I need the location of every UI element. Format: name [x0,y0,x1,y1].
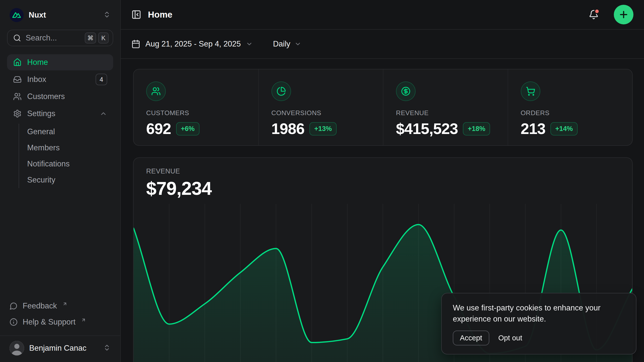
nuxt-logo-icon [10,8,24,22]
stat-label: CONVERSIONS [271,109,378,117]
chart-title: REVENUE [146,167,632,175]
notifications-bell-button[interactable] [589,10,599,20]
add-button[interactable] [614,5,633,24]
sidebar-nav: Home Inbox 4 Customers Setting [7,54,113,188]
feedback-link[interactable]: Feedback [7,299,113,313]
stat-label: ORDERS [521,109,627,117]
search-placeholder: Search... [26,33,80,42]
search-input[interactable]: Search... ⌘ K [7,30,113,46]
granularity-select[interactable]: Daily [273,39,301,49]
page-title: Home [148,10,582,20]
sidebar-item-settings[interactable]: Settings [7,106,113,122]
filter-bar: Aug 21, 2025 - Sep 4, 2025 Daily [121,30,644,59]
sidebar-item-inbox[interactable]: Inbox 4 [7,71,113,87]
optout-cookies-button[interactable]: Opt out [497,331,524,345]
sidebar-item-general[interactable]: General [19,124,113,140]
chevron-up-icon [100,110,107,117]
granularity-value: Daily [273,39,290,49]
settings-subnav: General Members Notifications Security [19,124,113,188]
chevrons-up-down-icon [103,344,111,352]
cookie-message: We use first-party cookies to enhance yo… [453,302,625,325]
search-icon [13,34,21,42]
help-support-label: Help & Support [23,318,75,327]
stat-label: CUSTOMERS [146,109,253,117]
stat-delta-badge: +18% [463,122,490,135]
stat-value: 213 [521,120,546,138]
external-link-icon [81,318,86,323]
sidebar-item-customers[interactable]: Customers [7,88,113,105]
user-menu[interactable]: Benjamin Canac [7,336,113,362]
chevron-down-icon [294,40,301,48]
sidebar-footer: Feedback Help & Support [7,299,113,333]
chevrons-up-down-icon [103,11,111,19]
kbd-cmd: ⌘ [85,32,96,43]
sidebar-item-label: Inbox [27,75,46,84]
stat-delta-badge: +13% [309,122,337,135]
avatar [10,341,24,355]
user-name: Benjamin Canac [29,344,98,353]
workspace-switcher[interactable]: Nuxt [7,7,113,24]
workspace-name: Nuxt [29,11,98,20]
stats-row: CUSTOMERS 692 +6% CONVERSIONS 1986 +13% [133,69,633,146]
chevron-down-icon [246,40,253,48]
stat-delta-badge: +6% [176,122,199,135]
users-icon [13,92,22,101]
cookie-banner: We use first-party cookies to enhance yo… [441,293,636,354]
external-link-icon [62,301,67,306]
calendar-icon [131,39,140,49]
stat-card-orders: ORDERS 213 +14% [508,69,632,145]
stat-card-conversions: CONVERSIONS 1986 +13% [258,69,383,145]
chart-total-value: $79,234 [146,178,632,199]
sidebar-item-label: Customers [27,92,65,101]
kbd-k: K [98,32,109,43]
sidebar-item-label: Settings [27,109,55,118]
sidebar-item-members[interactable]: Members [19,140,113,156]
stat-value: 1986 [271,120,305,138]
inbox-icon [13,75,22,84]
message-bubble-icon [10,302,18,310]
gear-icon [13,109,22,118]
stat-delta-badge: +14% [550,122,578,135]
stat-label: REVENUE [396,109,503,117]
shopping-cart-icon [521,81,540,101]
search-kbd-shortcut: ⌘ K [85,32,109,43]
help-support-link[interactable]: Help & Support [7,315,113,329]
info-circle-icon [10,318,18,326]
sidebar-item-label: Home [27,58,48,67]
stat-value: 692 [146,120,171,138]
sidebar-item-home[interactable]: Home [7,54,113,70]
stat-card-customers: CUSTOMERS 692 +6% [134,69,258,145]
accept-cookies-button[interactable]: Accept [453,331,489,345]
feedback-label: Feedback [23,301,57,310]
stat-value: $415,523 [396,120,458,138]
sidebar-item-security[interactable]: Security [19,172,113,188]
date-range-value: Aug 21, 2025 - Sep 4, 2025 [145,39,241,49]
stat-card-revenue: REVENUE $415,523 +18% [383,69,508,145]
date-range-picker[interactable]: Aug 21, 2025 - Sep 4, 2025 [131,39,253,49]
inbox-count-badge: 4 [96,74,107,85]
users-icon [146,81,166,101]
pie-chart-icon [271,81,291,101]
home-icon [13,58,22,67]
sidebar-item-notifications[interactable]: Notifications [19,156,113,172]
sidebar-collapse-button[interactable] [131,10,141,20]
dollar-circle-icon [396,81,416,101]
sidebar: Nuxt Search... ⌘ K Home [0,0,121,362]
notification-dot [594,9,600,14]
top-bar: Home [121,0,644,30]
